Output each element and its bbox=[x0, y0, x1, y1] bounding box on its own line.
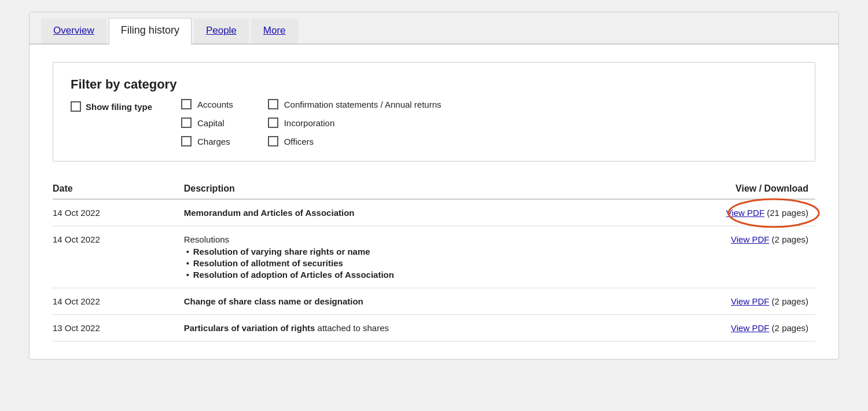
row4-view-pdf-link[interactable]: View PDF bbox=[731, 323, 769, 333]
row1-desc-bold: Memorandum and Articles of Association bbox=[184, 208, 355, 218]
accounts-label: Accounts bbox=[197, 100, 233, 109]
row2-view-col: View PDF (2 pages) bbox=[631, 226, 815, 288]
row4-desc-normal: attached to shares bbox=[315, 323, 389, 333]
capital-checkbox[interactable] bbox=[181, 118, 192, 128]
row3-view-pdf-link[interactable]: View PDF bbox=[731, 296, 769, 306]
show-filing-type-wrapper: Show filing type bbox=[71, 101, 152, 112]
tabs-bar: Overview Filing history People More bbox=[30, 12, 838, 45]
row3-desc-bold: Change of share class name or designatio… bbox=[184, 296, 363, 306]
table-row: 14 Oct 2022 Change of share class name o… bbox=[53, 288, 815, 315]
row4-view-pdf-suffix: (2 pages) bbox=[769, 323, 808, 333]
capital-label: Capital bbox=[197, 118, 225, 128]
tab-more[interactable]: More bbox=[251, 19, 298, 43]
incorporation-label: Incorporation bbox=[284, 118, 335, 128]
filter-col-2: Confirmation statements / Annual returns… bbox=[268, 99, 442, 146]
row2-view-pdf-link[interactable]: View PDF bbox=[731, 234, 769, 244]
accounts-checkbox[interactable] bbox=[181, 99, 192, 109]
filter-col-1: Accounts Capital Charges bbox=[181, 99, 233, 146]
filter-item-capital: Capital bbox=[181, 118, 233, 128]
filter-item-incorporation: Incorporation bbox=[268, 118, 442, 128]
row1-description: Memorandum and Articles of Association bbox=[184, 199, 631, 226]
page-wrapper: Overview Filing history People More Filt… bbox=[29, 12, 839, 359]
bullet-item: Resolution of adoption of Articles of As… bbox=[184, 270, 624, 280]
filter-item-officers: Officers bbox=[268, 136, 442, 146]
row2-date: 14 Oct 2022 bbox=[53, 226, 184, 288]
row2-view-pdf-suffix: (2 pages) bbox=[769, 234, 808, 244]
row1-view-pdf-suffix: (21 pages) bbox=[764, 208, 808, 218]
date-header: Date bbox=[53, 179, 184, 199]
filter-title: Filter by category bbox=[71, 77, 797, 92]
row2-bullet-list: Resolution of varying share rights or na… bbox=[184, 247, 624, 280]
bullet-item: Resolution of varying share rights or na… bbox=[184, 247, 624, 256]
row1-view-wrapper: View PDF (21 pages) bbox=[726, 208, 808, 218]
table-row: 13 Oct 2022 Particulars of variation of … bbox=[53, 315, 815, 342]
view-download-header: View / Download bbox=[631, 179, 815, 199]
row3-date: 14 Oct 2022 bbox=[53, 288, 184, 315]
table-row: 14 Oct 2022 Memorandum and Articles of A… bbox=[53, 199, 815, 226]
row4-description: Particulars of variation of rights attac… bbox=[184, 315, 631, 342]
incorporation-checkbox[interactable] bbox=[268, 118, 278, 128]
tab-overview[interactable]: Overview bbox=[41, 19, 106, 43]
tab-filing-history[interactable]: Filing history bbox=[109, 18, 192, 45]
main-content: Filter by category Show filing type Acco… bbox=[30, 45, 838, 359]
confirmation-checkbox[interactable] bbox=[268, 99, 278, 109]
filter-item-confirmation: Confirmation statements / Annual returns bbox=[268, 99, 442, 109]
officers-label: Officers bbox=[284, 137, 314, 146]
show-filing-type-checkbox[interactable] bbox=[71, 101, 81, 112]
description-header: Description bbox=[184, 179, 631, 199]
row1-view-col: View PDF (21 pages) bbox=[631, 199, 815, 226]
filing-table: Date Description View / Download 14 Oct … bbox=[53, 179, 815, 342]
charges-label: Charges bbox=[197, 137, 230, 146]
filter-grid: Show filing type Accounts Capital bbox=[71, 99, 797, 146]
row4-date: 13 Oct 2022 bbox=[53, 315, 184, 342]
tab-people[interactable]: People bbox=[194, 19, 249, 43]
row3-view-col: View PDF (2 pages) bbox=[631, 288, 815, 315]
row2-desc-prefix: Resolutions bbox=[184, 234, 229, 244]
row3-description: Change of share class name or designatio… bbox=[184, 288, 631, 315]
row1-date: 14 Oct 2022 bbox=[53, 199, 184, 226]
table-row: 14 Oct 2022 Resolutions Resolution of va… bbox=[53, 226, 815, 288]
charges-checkbox[interactable] bbox=[181, 136, 192, 146]
filter-item-charges: Charges bbox=[181, 136, 233, 146]
row4-view-col: View PDF (2 pages) bbox=[631, 315, 815, 342]
row1-view-pdf-link[interactable]: View PDF bbox=[726, 208, 764, 218]
filter-columns: Accounts Capital Charges bbox=[181, 99, 442, 146]
confirmation-label: Confirmation statements / Annual returns bbox=[284, 100, 442, 109]
bullet-item: Resolution of allotment of securities bbox=[184, 258, 624, 268]
row2-description: Resolutions Resolution of varying share … bbox=[184, 226, 631, 288]
row4-desc-bold: Particulars of variation of rights bbox=[184, 323, 315, 333]
filter-item-accounts: Accounts bbox=[181, 99, 233, 109]
table-header-row: Date Description View / Download bbox=[53, 179, 815, 199]
filter-section: Filter by category Show filing type Acco… bbox=[53, 62, 815, 162]
officers-checkbox[interactable] bbox=[268, 136, 278, 146]
row3-view-pdf-suffix: (2 pages) bbox=[769, 296, 808, 306]
show-filing-type-label: Show filing type bbox=[86, 102, 152, 112]
